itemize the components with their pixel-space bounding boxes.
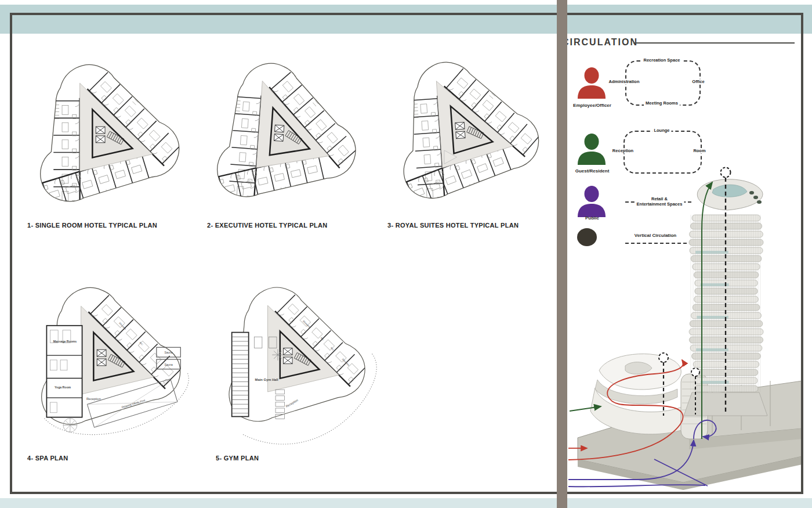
floor-plan-gym: Main Gym Hall Reception Showers WC WC Sh… bbox=[209, 271, 378, 445]
room-label: Sauna bbox=[164, 351, 172, 354]
room-label: Sauna bbox=[164, 363, 172, 366]
room-label: Massage Rooms bbox=[53, 340, 77, 343]
room-label: Main Gym Hall bbox=[255, 378, 278, 381]
room-label: Yoga Room bbox=[55, 385, 71, 389]
plan-caption-1: 1- SINGLE ROOM HOTEL TYPICAL PLAN bbox=[27, 222, 157, 229]
board-content: 1- SINGLE ROOM HOTEL TYPICAL PLAN 2- EXE… bbox=[12, 15, 799, 489]
floor-plan-spa: Massage Rooms Yoga Room Reception Sauna … bbox=[21, 271, 193, 448]
plan-caption-4: 4- SPA PLAN bbox=[27, 455, 68, 462]
floor-plan-2 bbox=[200, 48, 369, 217]
room-label: Reception bbox=[86, 397, 101, 401]
floor-plan-1 bbox=[20, 48, 192, 219]
plan-caption-5: 5- GYM PLAN bbox=[216, 455, 259, 462]
spine-bar bbox=[557, 0, 567, 508]
bottom-teal-band bbox=[0, 498, 812, 508]
plan-caption-2: 2- EXECUTIVE HOTEL TYPICAL PLAN bbox=[207, 222, 328, 229]
floor-plan-3 bbox=[381, 44, 550, 214]
plan-caption-3: 3- ROYAL SUITES HOTEL TYPICAL PLAN bbox=[387, 222, 519, 229]
